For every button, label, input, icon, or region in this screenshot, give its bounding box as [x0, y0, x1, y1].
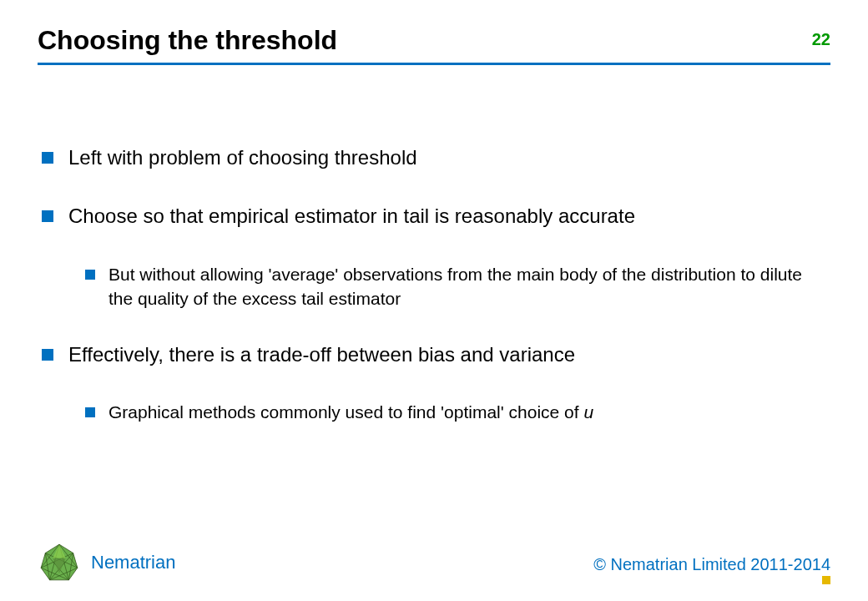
bullet-item: Choose so that empirical estimator in ta…	[42, 203, 830, 230]
decorative-square-icon	[822, 576, 830, 584]
brand-name: Nematrian	[91, 552, 175, 573]
bullet-marker-icon	[85, 270, 95, 280]
slide-content: Left with problem of choosing threshold …	[38, 144, 830, 424]
bullet-marker-icon	[42, 152, 53, 164]
bullet-marker-icon	[42, 349, 53, 361]
bullet-item: Effectively, there is a trade-off betwee…	[42, 341, 830, 368]
bullet-marker-icon	[42, 210, 53, 222]
bullet-text-prefix: Graphical methods commonly used to find …	[108, 402, 583, 422]
nematrian-logo-icon	[38, 541, 81, 584]
bullet-text: Left with problem of choosing threshold	[68, 144, 830, 171]
page-number: 22	[812, 25, 830, 49]
slide-footer: Nematrian © Nematrian Limited 2011-2014	[38, 541, 830, 584]
bullet-sub-item: But without allowing 'average' observati…	[85, 262, 830, 311]
footer-right: © Nematrian Limited 2011-2014	[593, 555, 830, 584]
bullet-item: Left with problem of choosing threshold	[42, 144, 830, 171]
bullet-text: But without allowing 'average' observati…	[108, 262, 830, 311]
slide-container: Choosing the threshold 22 Left with prob…	[0, 0, 868, 601]
copyright-text: © Nematrian Limited 2011-2014	[593, 555, 830, 574]
bullet-marker-icon	[85, 407, 95, 417]
bullet-text: Choose so that empirical estimator in ta…	[68, 203, 830, 230]
slide-title: Choosing the threshold	[38, 25, 337, 56]
bullet-sub-item: Graphical methods commonly used to find …	[85, 400, 830, 424]
slide-header: Choosing the threshold 22	[38, 25, 830, 65]
bullet-text-italic-var: u	[583, 402, 593, 422]
footer-left: Nematrian	[38, 541, 175, 584]
bullet-text: Effectively, there is a trade-off betwee…	[68, 341, 830, 368]
bullet-text: Graphical methods commonly used to find …	[108, 400, 830, 424]
